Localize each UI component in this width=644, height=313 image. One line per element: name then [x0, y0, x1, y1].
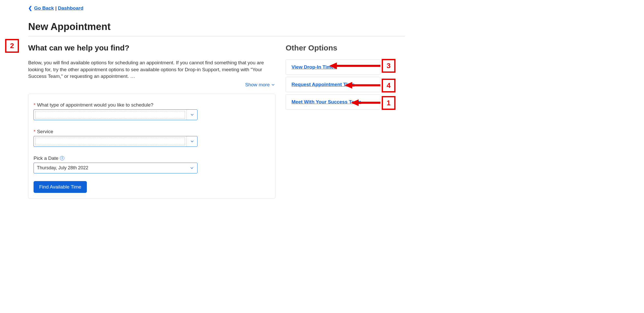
main-column: What can we help you find? Below, you wi… [28, 44, 275, 199]
select-arrow [186, 136, 197, 147]
appointment-form: *What type of appointment would you like… [28, 94, 275, 199]
date-value: Thursday, July 28th 2022 [34, 163, 186, 173]
chevron-down-icon [271, 82, 275, 87]
annotation-arrow-1 [351, 99, 382, 107]
section-heading: What can we help you find? [28, 44, 275, 52]
find-available-time-button[interactable]: Find Available Time [34, 181, 87, 193]
service-value [35, 138, 185, 145]
annotation-arrow-4 [345, 81, 382, 89]
annotation-box-1: 1 [382, 96, 396, 110]
show-more-toggle[interactable]: Show more [245, 82, 275, 88]
breadcrumb-divider: | [55, 5, 58, 11]
service-select[interactable] [34, 136, 198, 147]
select-arrow [186, 163, 197, 173]
breadcrumb: ❮ Go Back | Dashboard [28, 5, 405, 11]
appt-type-label: *What type of appointment would you like… [34, 102, 270, 108]
annotation-arrow-3 [329, 62, 382, 70]
dashboard-link[interactable]: Dashboard [58, 5, 83, 11]
date-select[interactable]: Thursday, July 28th 2022 [34, 163, 198, 173]
service-label: *Service [34, 129, 270, 134]
date-label: Pick a Date i [34, 155, 270, 161]
appt-type-value [35, 111, 185, 119]
info-icon[interactable]: i [60, 156, 64, 160]
help-text: Below, you will find available options f… [28, 59, 275, 80]
show-more-label: Show more [245, 82, 270, 88]
select-arrow [186, 110, 197, 120]
required-indicator: * [34, 102, 35, 108]
annotation-box-3: 3 [382, 59, 396, 73]
page-title: New Appointment [28, 21, 405, 32]
annotation-box-4: 4 [382, 79, 396, 92]
go-back-link[interactable]: Go Back [34, 5, 54, 11]
svg-marker-3 [345, 82, 352, 89]
chevron-down-icon [190, 166, 194, 170]
svg-marker-1 [329, 62, 337, 69]
annotation-box-2: 2 [5, 39, 19, 53]
appt-type-select[interactable] [34, 109, 198, 120]
chevron-left-icon: ❮ [28, 5, 32, 11]
svg-marker-5 [351, 99, 359, 106]
chevron-down-icon [190, 112, 194, 117]
chevron-down-icon [190, 139, 194, 144]
title-divider [28, 36, 405, 36]
required-indicator: * [34, 129, 35, 134]
other-options-heading: Other Options [286, 44, 380, 52]
